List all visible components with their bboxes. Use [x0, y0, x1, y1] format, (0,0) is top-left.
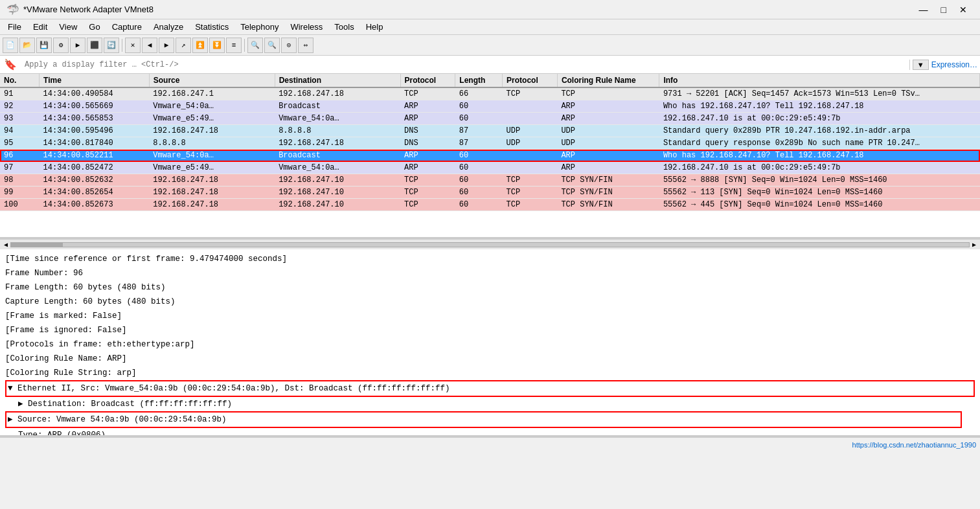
scroll-left-arrow[interactable]: ◀ [1, 241, 10, 249]
toolbar-new[interactable]: 📄 [3, 38, 18, 53]
table-row[interactable]: 9514:34:00.8178408.8.8.8192.168.247.18DN… [0, 137, 980, 150]
cell-6: UDP [503, 137, 558, 150]
table-row[interactable]: 9814:34:00.852632192.168.247.18192.168.2… [0, 174, 980, 187]
cell-2: Vmware_54:0a… [149, 150, 275, 162]
menu-item-wireless[interactable]: Wireless [285, 21, 328, 33]
menu-item-go[interactable]: Go [84, 21, 105, 33]
toolbar-open[interactable]: 📂 [19, 38, 35, 53]
cell-1: 14:34:00.852654 [40, 187, 150, 199]
detail-item: Frame Length: 60 bytes (480 bits) [5, 280, 975, 295]
detail-item: [Coloring Rule Name: ARP] [5, 352, 975, 366]
detail-item: Frame Number: 96 [5, 266, 975, 280]
toolbar-zoom-out[interactable]: 🔍 [264, 38, 280, 53]
cell-6: TCP [503, 174, 558, 187]
col-info: Info [659, 74, 980, 87]
toolbar-goto[interactable]: ↗ [176, 38, 191, 53]
col-protocol: Protocol [400, 74, 455, 87]
toolbar-zoom-in[interactable]: 🔍 [247, 38, 263, 53]
toolbar-forward[interactable]: ▶ [159, 38, 174, 53]
scrollbar-track[interactable] [10, 242, 970, 247]
packet-list[interactable]: No. Time Source Destination Protocol Len… [0, 74, 980, 239]
cell-2: Vmware_54:0a… [149, 100, 275, 113]
maximize-button[interactable]: □ [935, 5, 953, 15]
cell-7: TCP [557, 87, 659, 100]
cell-7: ARP [557, 162, 659, 174]
cell-4: ARP [400, 162, 455, 174]
filter-input[interactable] [21, 56, 909, 73]
detail-item: [Time since reference or first frame: 9.… [5, 252, 975, 266]
toolbar-first[interactable]: ⏫ [192, 38, 208, 53]
cell-0: 100 [0, 199, 40, 211]
detail-expandable-item[interactable]: ▶ Source: Vmware 54:0a:9b (00:0c:29:54:0… [5, 411, 962, 428]
menu-item-view[interactable]: View [54, 21, 82, 33]
toolbar-last[interactable]: ⏬ [209, 38, 225, 53]
cell-2: 192.168.247.18 [149, 125, 275, 137]
cell-6 [503, 113, 558, 125]
toolbar-back[interactable]: ◀ [142, 38, 157, 53]
table-row[interactable]: 9214:34:00.565669Vmware_54:0a…BroadcastA… [0, 100, 980, 113]
menu-item-statistics[interactable]: Statistics [190, 21, 234, 33]
table-row[interactable]: 9314:34:00.565853Vmware_e5:49…Vmware_54:… [0, 113, 980, 125]
status-right: https://blog.csdn.net/zhaotiannuc_1990 [852, 441, 976, 449]
toolbar-stop[interactable]: ⬛ [87, 38, 102, 53]
scroll-right-arrow[interactable]: ▶ [970, 241, 979, 249]
cell-1: 14:34:00.852211 [40, 150, 150, 162]
toolbar-resize-cols[interactable]: ⇔ [298, 38, 313, 53]
cell-7: ARP [557, 100, 659, 113]
detail-expandable-item[interactable]: ▶ Destination: Broadcast (ff:ff:ff:ff:ff… [5, 397, 975, 411]
packet-list-scrollbar[interactable]: ◀ ▶ [0, 239, 980, 249]
titlebar: 🦈 *VMware Network Adapter VMnet8 — □ ✕ [0, 0, 980, 19]
table-row[interactable]: 9614:34:00.852211Vmware_54:0a…BroadcastA… [0, 150, 980, 162]
filter-dropdown[interactable]: ▼ [913, 60, 929, 70]
detail-pane[interactable]: [Time since reference or first frame: 9.… [0, 249, 980, 437]
menu-item-analyze[interactable]: Analyze [148, 21, 188, 33]
table-row[interactable]: 10014:34:00.852673192.168.247.18192.168.… [0, 199, 980, 211]
menu-item-capture[interactable]: Capture [107, 21, 147, 33]
cell-3: Vmware_54:0a… [275, 162, 400, 174]
toolbar-restart[interactable]: 🔄 [104, 38, 119, 53]
cell-2: 192.168.247.1 [149, 87, 275, 100]
toolbar-capture-options[interactable]: ⚙ [53, 38, 69, 53]
close-button[interactable]: ✕ [953, 5, 974, 15]
detail-item: Type: ARP (0x0806) [5, 428, 975, 437]
window-title: *VMware Network Adapter VMnet8 [23, 5, 913, 14]
cell-5: 60 [455, 162, 503, 174]
cell-1: 14:34:00.852472 [40, 162, 150, 174]
detail-expanded-item[interactable]: ▼ Ethernet II, Src: Vmware_54:0a:9b (00:… [5, 380, 975, 397]
cell-4: DNS [400, 137, 455, 150]
toolbar-filter-clear[interactable]: ✕ [125, 38, 141, 53]
cell-4: DNS [400, 125, 455, 137]
toolbar-save[interactable]: 💾 [36, 38, 52, 53]
col-length: Length [455, 74, 503, 87]
scrollbar-thumb[interactable] [11, 243, 63, 247]
table-row[interactable]: 9914:34:00.852654192.168.247.18192.168.2… [0, 187, 980, 199]
cell-4: TCP [400, 187, 455, 199]
toolbar-scrollauto[interactable]: ≡ [226, 38, 242, 53]
toolbar-zoom-normal[interactable]: ⊙ [281, 38, 297, 53]
cell-5: 60 [455, 100, 503, 113]
statusbar: https://blog.csdn.net/zhaotiannuc_1990 [0, 437, 980, 451]
cell-0: 97 [0, 162, 40, 174]
cell-0: 91 [0, 87, 40, 100]
menu-item-tools[interactable]: Tools [329, 21, 359, 33]
cell-7: ARP [557, 113, 659, 125]
cell-5: 60 [455, 150, 503, 162]
menu-item-edit[interactable]: Edit [28, 21, 52, 33]
cell-2: Vmware_e5:49… [149, 113, 275, 125]
minimize-button[interactable]: — [913, 5, 935, 15]
cell-8: Who has 192.168.247.10? Tell 192.168.247… [659, 150, 980, 162]
menu-item-help[interactable]: Help [361, 21, 389, 33]
cell-8: 55562 → 445 [SYN] Seq=0 Win=1024 Len=0 M… [659, 199, 980, 211]
menu-item-file[interactable]: File [3, 21, 27, 33]
table-row[interactable]: 9714:34:00.852472Vmware_e5:49…Vmware_54:… [0, 162, 980, 174]
menu-item-telephony[interactable]: Telephony [235, 21, 284, 33]
table-row[interactable]: 9414:34:00.595496192.168.247.188.8.8.8DN… [0, 125, 980, 137]
detail-item: [Frame is ignored: False] [5, 323, 975, 337]
cell-6 [503, 150, 558, 162]
toolbar-start[interactable]: ▶ [70, 38, 85, 53]
table-row[interactable]: 9114:34:00.490584192.168.247.1192.168.24… [0, 87, 980, 100]
packet-tbody: 9114:34:00.490584192.168.247.1192.168.24… [0, 87, 980, 211]
expression-button[interactable]: Expression… [931, 60, 977, 69]
cell-4: ARP [400, 150, 455, 162]
cell-5: 87 [455, 137, 503, 150]
